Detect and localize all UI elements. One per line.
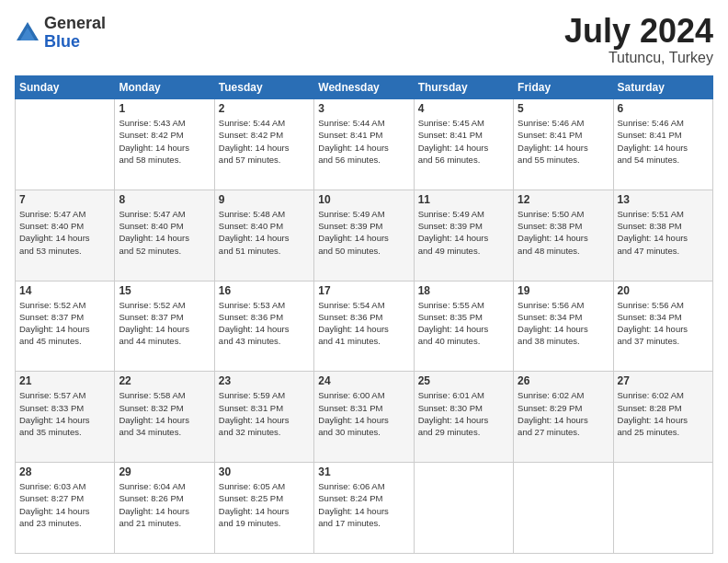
day-info: Sunrise: 6:01 AMSunset: 8:30 PMDaylight:… (418, 389, 509, 438)
day-cell: 7Sunrise: 5:47 AMSunset: 8:40 PMDaylight… (16, 190, 115, 281)
week-row-0: 1Sunrise: 5:43 AMSunset: 8:42 PMDaylight… (16, 99, 713, 190)
logo-blue: Blue (44, 33, 106, 52)
day-number: 7 (19, 193, 110, 206)
day-cell: 31Sunrise: 6:06 AMSunset: 8:24 PMDayligh… (314, 463, 414, 554)
day-cell: 11Sunrise: 5:49 AMSunset: 8:39 PMDayligh… (414, 190, 513, 281)
day-cell: 20Sunrise: 5:56 AMSunset: 8:34 PMDayligh… (613, 281, 712, 372)
week-row-3: 21Sunrise: 5:57 AMSunset: 8:33 PMDayligh… (16, 372, 713, 463)
day-info: Sunrise: 5:52 AMSunset: 8:37 PMDaylight:… (19, 299, 110, 348)
day-cell: 27Sunrise: 6:02 AMSunset: 8:28 PMDayligh… (613, 372, 712, 463)
logo-general: General (44, 15, 106, 33)
day-cell (613, 463, 712, 554)
day-cell: 5Sunrise: 5:46 AMSunset: 8:41 PMDaylight… (514, 99, 613, 190)
day-number: 31 (318, 465, 409, 478)
day-number: 4 (418, 102, 509, 115)
day-cell: 18Sunrise: 5:55 AMSunset: 8:35 PMDayligh… (414, 281, 513, 372)
day-cell: 28Sunrise: 6:03 AMSunset: 8:27 PMDayligh… (16, 463, 115, 554)
day-info: Sunrise: 5:46 AMSunset: 8:41 PMDaylight:… (618, 117, 709, 166)
header: General Blue July 2024 Tutuncu, Turkey (15, 15, 713, 66)
day-cell: 14Sunrise: 5:52 AMSunset: 8:37 PMDayligh… (16, 281, 115, 372)
day-cell (414, 463, 513, 554)
day-number: 6 (618, 102, 709, 115)
day-info: Sunrise: 5:47 AMSunset: 8:40 PMDaylight:… (19, 208, 110, 257)
day-number: 19 (518, 284, 609, 297)
day-info: Sunrise: 5:51 AMSunset: 8:38 PMDaylight:… (618, 208, 709, 257)
day-info: Sunrise: 5:54 AMSunset: 8:36 PMDaylight:… (318, 299, 409, 348)
day-number: 18 (418, 284, 509, 297)
day-cell: 4Sunrise: 5:45 AMSunset: 8:41 PMDaylight… (414, 99, 513, 190)
day-number: 9 (219, 193, 310, 206)
day-number: 17 (318, 284, 409, 297)
day-cell: 15Sunrise: 5:52 AMSunset: 8:37 PMDayligh… (115, 281, 214, 372)
day-info: Sunrise: 6:03 AMSunset: 8:27 PMDaylight:… (19, 480, 110, 529)
day-number: 13 (618, 193, 709, 206)
day-info: Sunrise: 5:43 AMSunset: 8:42 PMDaylight:… (119, 117, 210, 166)
day-info: Sunrise: 6:05 AMSunset: 8:25 PMDaylight:… (219, 480, 310, 529)
day-cell: 13Sunrise: 5:51 AMSunset: 8:38 PMDayligh… (613, 190, 712, 281)
logo-text: General Blue (44, 15, 106, 52)
day-info: Sunrise: 5:48 AMSunset: 8:40 PMDaylight:… (219, 208, 310, 257)
day-cell: 29Sunrise: 6:04 AMSunset: 8:26 PMDayligh… (115, 463, 214, 554)
col-friday: Friday (514, 76, 613, 99)
day-cell: 17Sunrise: 5:54 AMSunset: 8:36 PMDayligh… (314, 281, 414, 372)
day-cell (16, 99, 115, 190)
day-cell: 25Sunrise: 6:01 AMSunset: 8:30 PMDayligh… (414, 372, 513, 463)
day-number: 16 (219, 284, 310, 297)
day-number: 14 (19, 284, 110, 297)
day-cell: 30Sunrise: 6:05 AMSunset: 8:25 PMDayligh… (214, 463, 313, 554)
day-info: Sunrise: 5:52 AMSunset: 8:37 PMDaylight:… (119, 299, 210, 348)
col-tuesday: Tuesday (214, 76, 313, 99)
day-number: 25 (418, 374, 509, 387)
calendar-table: Sunday Monday Tuesday Wednesday Thursday… (15, 75, 713, 554)
day-cell: 26Sunrise: 6:02 AMSunset: 8:29 PMDayligh… (514, 372, 613, 463)
day-number: 5 (518, 102, 609, 115)
day-number: 28 (19, 465, 110, 478)
day-number: 15 (119, 284, 210, 297)
day-cell: 21Sunrise: 5:57 AMSunset: 8:33 PMDayligh… (16, 372, 115, 463)
day-info: Sunrise: 6:02 AMSunset: 8:28 PMDaylight:… (618, 389, 709, 438)
day-info: Sunrise: 5:49 AMSunset: 8:39 PMDaylight:… (318, 208, 409, 257)
day-info: Sunrise: 5:56 AMSunset: 8:34 PMDaylight:… (518, 299, 609, 348)
day-cell: 19Sunrise: 5:56 AMSunset: 8:34 PMDayligh… (514, 281, 613, 372)
day-info: Sunrise: 5:57 AMSunset: 8:33 PMDaylight:… (19, 389, 110, 438)
day-cell: 8Sunrise: 5:47 AMSunset: 8:40 PMDaylight… (115, 190, 214, 281)
day-info: Sunrise: 5:47 AMSunset: 8:40 PMDaylight:… (119, 208, 210, 257)
logo-icon (15, 20, 40, 46)
day-number: 2 (219, 102, 310, 115)
day-cell: 9Sunrise: 5:48 AMSunset: 8:40 PMDaylight… (214, 190, 313, 281)
day-cell: 1Sunrise: 5:43 AMSunset: 8:42 PMDaylight… (115, 99, 214, 190)
day-number: 10 (318, 193, 409, 206)
col-sunday: Sunday (16, 76, 115, 99)
week-row-1: 7Sunrise: 5:47 AMSunset: 8:40 PMDaylight… (16, 190, 713, 281)
day-number: 23 (219, 374, 310, 387)
day-number: 21 (19, 374, 110, 387)
day-info: Sunrise: 5:50 AMSunset: 8:38 PMDaylight:… (518, 208, 609, 257)
day-number: 11 (418, 193, 509, 206)
day-info: Sunrise: 6:00 AMSunset: 8:31 PMDaylight:… (318, 389, 409, 438)
day-number: 8 (119, 193, 210, 206)
title-month: July 2024 (564, 15, 713, 48)
day-info: Sunrise: 6:02 AMSunset: 8:29 PMDaylight:… (518, 389, 609, 438)
day-number: 20 (618, 284, 709, 297)
week-row-4: 28Sunrise: 6:03 AMSunset: 8:27 PMDayligh… (16, 463, 713, 554)
day-info: Sunrise: 5:56 AMSunset: 8:34 PMDaylight:… (618, 299, 709, 348)
col-wednesday: Wednesday (314, 76, 414, 99)
week-row-2: 14Sunrise: 5:52 AMSunset: 8:37 PMDayligh… (16, 281, 713, 372)
col-saturday: Saturday (613, 76, 712, 99)
page: General Blue July 2024 Tutuncu, Turkey S… (0, 0, 728, 563)
day-number: 1 (119, 102, 210, 115)
day-info: Sunrise: 5:59 AMSunset: 8:31 PMDaylight:… (219, 389, 310, 438)
day-cell: 2Sunrise: 5:44 AMSunset: 8:42 PMDaylight… (214, 99, 313, 190)
day-number: 12 (518, 193, 609, 206)
day-cell: 22Sunrise: 5:58 AMSunset: 8:32 PMDayligh… (115, 372, 214, 463)
day-number: 22 (119, 374, 210, 387)
day-cell (514, 463, 613, 554)
day-info: Sunrise: 5:46 AMSunset: 8:41 PMDaylight:… (518, 117, 609, 166)
col-monday: Monday (115, 76, 214, 99)
title-location: Tutuncu, Turkey (564, 50, 713, 66)
day-number: 27 (618, 374, 709, 387)
day-cell: 3Sunrise: 5:44 AMSunset: 8:41 PMDaylight… (314, 99, 414, 190)
day-number: 26 (518, 374, 609, 387)
day-number: 29 (119, 465, 210, 478)
day-info: Sunrise: 5:44 AMSunset: 8:41 PMDaylight:… (318, 117, 409, 166)
